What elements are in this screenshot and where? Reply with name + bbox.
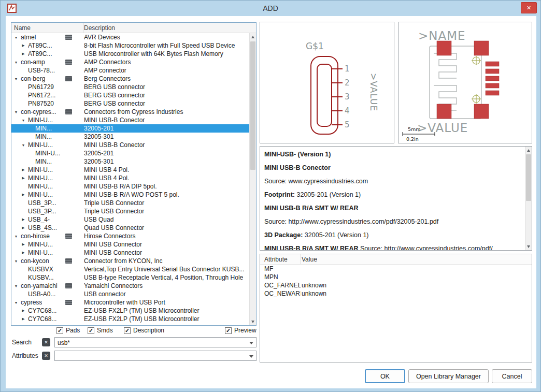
tree-scrollbar[interactable]: [249, 33, 256, 325]
close-button[interactable]: ✕: [521, 2, 537, 13]
tree-row[interactable]: KUSBVXVertical,Top Entry Universal Seria…: [11, 265, 249, 273]
tree-row[interactable]: ▼con-yamaichiYamaichi Connectors: [11, 282, 249, 290]
scroll-up-icon[interactable]: [525, 147, 532, 154]
tree-row[interactable]: ▼con-kyconConnector from KYCON, Inc: [11, 257, 249, 265]
checkbox-box[interactable]: ✓: [124, 327, 131, 334]
column-header-name[interactable]: Name: [11, 23, 84, 33]
tree-name-cell: ▼atmel: [11, 33, 84, 41]
column-header-attribute[interactable]: Attribute: [260, 254, 301, 264]
checkbox-box[interactable]: ✓: [88, 327, 94, 334]
dropdown-arrow-icon[interactable]: [249, 355, 253, 358]
collapse-icon[interactable]: ▼: [13, 110, 19, 114]
tree-row[interactable]: ▶CY7C68...EZ-USB FX2LP (TM) USB Microcon…: [11, 315, 249, 323]
column-header-value[interactable]: Value: [301, 254, 532, 264]
scroll-down-icon[interactable]: [250, 318, 256, 325]
tree-row[interactable]: KUSBV...USB B-type Receptacle Vertical, …: [11, 273, 249, 282]
attribute-row[interactable]: MPN: [260, 273, 532, 281]
collapse-icon[interactable]: ▼: [13, 259, 19, 263]
attribute-row[interactable]: MF: [260, 265, 532, 273]
expand-icon[interactable]: ▶: [21, 168, 26, 172]
tree-row[interactable]: ▼MINI-U...MINI USB-B Conector: [11, 116, 249, 124]
scroll-up-icon[interactable]: [250, 33, 256, 40]
column-header-description[interactable]: Description: [84, 23, 256, 33]
collapse-icon[interactable]: ▼: [13, 284, 19, 288]
tree-row[interactable]: ▼MINI-U...MINI USB-B Conector: [11, 141, 249, 149]
cancel-button[interactable]: Cancel: [492, 369, 532, 383]
library-tree-body[interactable]: ▼atmelAVR Devices▶AT89C...8-bit Flash Mi…: [11, 33, 249, 325]
tree-row[interactable]: ▶AT89C...USB Microcontroller with 64K By…: [11, 50, 249, 58]
tree-row[interactable]: USB_3P...Triple USB Connector: [11, 207, 249, 215]
checkbox-box[interactable]: ✓: [225, 327, 232, 334]
tree-row[interactable]: ▼con-hiroseHirose Connectors: [11, 232, 249, 240]
collapse-icon[interactable]: ▼: [21, 143, 26, 147]
attribute-row[interactable]: OC_NEWARKunknown: [260, 289, 532, 298]
open-library-manager-button[interactable]: Open Library Manager: [408, 369, 489, 383]
tree-row[interactable]: ▼atmelAVR Devices: [11, 33, 249, 41]
scroll-thumb[interactable]: [250, 41, 255, 170]
tree-row[interactable]: PN61729BERG USB connector: [11, 83, 249, 91]
collapse-icon[interactable]: ▼: [13, 301, 19, 304]
tree-row[interactable]: ▼cypressMicrocontroller with USB Port: [11, 298, 249, 307]
scroll-thumb[interactable]: [526, 154, 531, 201]
expand-icon[interactable]: ▶: [21, 251, 26, 255]
titlebar[interactable]: ADD ✕: [1, 1, 540, 16]
expand-icon[interactable]: ▶: [21, 176, 26, 180]
clear-search-icon[interactable]: ✕: [42, 338, 50, 346]
ok-button[interactable]: OK: [365, 369, 405, 383]
tree-row[interactable]: ▶MINI-U...MINI USB 4 Pol.: [11, 166, 249, 174]
bold-text: MINI USB-B R/A SMT W/ REAR: [264, 245, 358, 250]
expand-icon[interactable]: ▶: [21, 217, 26, 222]
description-checkbox[interactable]: ✓ Description: [124, 327, 164, 334]
expand-icon[interactable]: ▶: [21, 52, 26, 56]
collapse-icon[interactable]: ▼: [21, 119, 26, 122]
tree-row[interactable]: ▶MINI-U...MINI USB 4 Pol.: [11, 174, 249, 182]
tree-row[interactable]: ▼con-cypres...Connectors from Cypress In…: [11, 108, 249, 116]
pads-checkbox[interactable]: ✓ Pads: [56, 327, 80, 334]
smds-checkbox[interactable]: ✓ Smds: [88, 327, 113, 334]
tree-row[interactable]: ▶USB_4S...Quad USB Connector: [11, 224, 249, 232]
scroll-down-icon[interactable]: [525, 243, 532, 250]
collapse-icon[interactable]: ▼: [13, 77, 19, 81]
tree-row[interactable]: USB-78...AMP connector: [11, 66, 249, 75]
entry-name: MINI-U...: [28, 249, 53, 256]
description-paragraph: 3D Package: 32005-201 (Version 1): [264, 231, 521, 239]
dropdown-arrow-icon[interactable]: [249, 342, 253, 344]
expand-icon[interactable]: ▶: [21, 309, 26, 313]
tree-row[interactable]: PN87520BERG USB connector: [11, 99, 249, 108]
expand-icon[interactable]: ▶: [21, 317, 26, 321]
tree-row[interactable]: MINI-U...MINI USB-B R/A DIP 5pol.: [11, 182, 249, 191]
tree-row[interactable]: MIN...32005-301: [11, 133, 249, 141]
triangle-up-icon: [527, 149, 530, 152]
tree-row[interactable]: ▼con-ampAMP Connectors: [11, 58, 249, 66]
tree-row[interactable]: PN6172...BERG USB connector: [11, 91, 249, 99]
tree-row[interactable]: ▶MINI-U...MINI USB Connector: [11, 249, 249, 257]
entry-name: con-kycon: [21, 257, 49, 265]
tree-row[interactable]: ▶MINI-U...MINI USB-B R/A W/O POST 5 pol.: [11, 191, 249, 199]
description-scrollbar[interactable]: [525, 147, 532, 250]
tree-row[interactable]: ▶CY7C68...EZ-USB FX2LP (TM) USB Microcon…: [11, 307, 249, 315]
tree-row[interactable]: USB-A0...USB connector: [11, 290, 249, 298]
collapse-icon[interactable]: ▼: [13, 61, 19, 64]
search-input[interactable]: usb*: [54, 337, 257, 347]
preview-checkbox[interactable]: ✓ Preview: [225, 327, 257, 334]
expand-icon[interactable]: ▶: [21, 193, 26, 197]
collapse-icon[interactable]: ▼: [13, 36, 19, 39]
checkbox-box[interactable]: ✓: [56, 327, 63, 334]
expand-icon[interactable]: ▶: [21, 226, 26, 230]
tree-row[interactable]: ▶AT89C...8-bit Flash Microcontroller wit…: [11, 41, 249, 50]
tree-row[interactable]: MIN...32005-201: [11, 124, 249, 133]
entry-description: Connector from KYCON, Inc: [84, 257, 249, 265]
tree-row[interactable]: ▼con-bergBerg Connectors: [11, 75, 249, 83]
tree-row[interactable]: MINI-U...32005-201: [11, 149, 249, 157]
tree-row[interactable]: MIN...32005-301: [11, 157, 249, 166]
collapse-icon[interactable]: ▼: [13, 235, 19, 238]
expand-icon[interactable]: ▶: [21, 43, 26, 48]
tree-row[interactable]: ▶USB_4-USB Quad: [11, 215, 249, 224]
expand-icon[interactable]: ▶: [21, 242, 26, 246]
clear-attributes-icon[interactable]: ✕: [42, 352, 50, 360]
attributes-input[interactable]: [54, 351, 257, 361]
tree-row[interactable]: ▶MINI-U...MINI USB Connector: [11, 240, 249, 249]
attribute-row[interactable]: OC_FARNELLunknown: [260, 281, 532, 289]
checkbox-label: Description: [133, 327, 164, 334]
tree-row[interactable]: USB_3P...Triple USB Connector: [11, 199, 249, 207]
